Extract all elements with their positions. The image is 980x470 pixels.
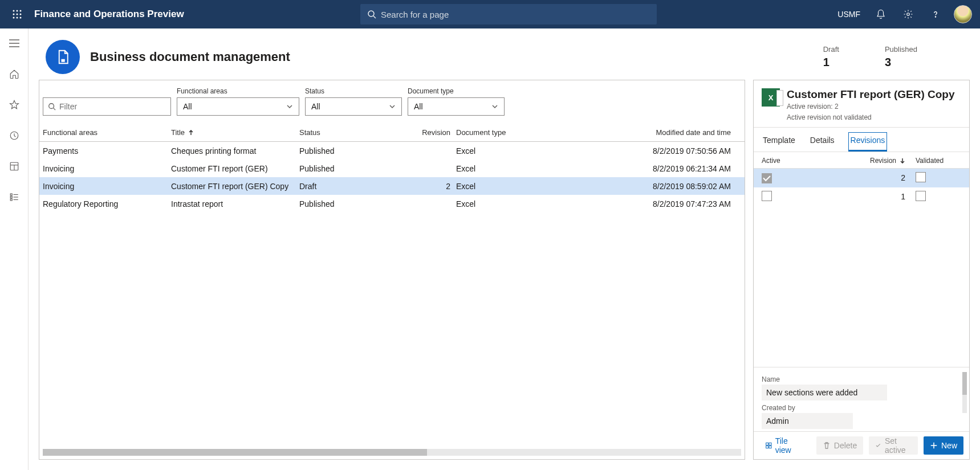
functional-areas-value: All [183,102,192,111]
tab-details[interactable]: Details [809,132,836,152]
vertical-scrollbar[interactable] [962,372,967,413]
recent-icon[interactable] [5,126,23,145]
table-row[interactable]: InvoicingCustomer FTI report (GER) CopyD… [39,177,745,195]
horizontal-scrollbar[interactable] [43,449,741,456]
validated-checkbox[interactable] [916,191,926,201]
cell-modified: 8/2/2019 08:59:02 AM [550,182,741,191]
col-revision[interactable]: Revision [422,128,456,137]
col-functional-areas[interactable]: Functional areas [43,128,171,137]
col-title-label: Title [171,128,185,137]
new-button[interactable]: New [924,436,963,455]
page-header: Business document management Draft 1 Pub… [29,28,980,80]
cell-doctype: Excel [456,146,550,156]
detail-validation-status: Active revision not validated [787,113,955,122]
cell-revision: 2 [422,182,456,191]
cell-doctype: Excel [456,164,550,173]
svg-rect-30 [769,443,771,445]
revision-row[interactable]: 1 [754,187,969,206]
workspaces-icon[interactable] [5,157,23,175]
cell-status: Published [299,199,422,209]
rev-validated-cell [916,191,961,203]
svg-point-12 [935,17,936,17]
document-type-value: All [414,102,423,111]
modules-icon[interactable] [5,188,23,206]
functional-areas-label: Functional areas [177,87,299,95]
trash-icon [823,442,831,449]
detail-action-bar: Tile view Delete Set active New [754,431,969,459]
documents-panel: Functional areas All Status All [39,80,745,460]
revisions-grid-header: Active Revision Validated [754,152,969,169]
page-title: Business document management [90,50,290,64]
favorites-icon[interactable] [5,96,23,114]
status-dropdown[interactable]: All [305,97,402,116]
functional-areas-dropdown[interactable]: All [177,97,299,116]
document-type-dropdown[interactable]: All [408,97,505,116]
home-icon[interactable] [5,65,23,83]
revision-row[interactable]: 2 [754,169,969,187]
detail-panel: X Customer FTI report (GER) Copy Active … [753,80,970,460]
tile-view-button[interactable]: Tile view [759,436,805,455]
rev-active-cell [762,191,830,203]
global-search[interactable] [360,4,657,24]
filter-box[interactable] [43,97,171,116]
scrollbar-thumb[interactable] [43,449,427,456]
svg-point-8 [20,17,22,19]
validated-checkbox[interactable] [916,172,926,182]
active-checkbox[interactable] [762,173,772,183]
hamburger-icon[interactable] [5,34,23,52]
table-row[interactable]: PaymentsCheques printing formatPublished… [39,142,745,160]
filter-icon [48,103,56,111]
app-launcher-icon[interactable] [6,3,29,26]
gear-icon[interactable] [897,3,920,26]
cell-doctype: Excel [456,199,550,209]
grid-body: PaymentsCheques printing formatPublished… [39,142,745,449]
name-label: Name [762,375,961,383]
chevron-down-icon [286,103,293,110]
rev-col-validated[interactable]: Validated [916,157,961,165]
col-modified[interactable]: Modified date and time [550,128,741,137]
set-active-label: Set active [885,436,912,455]
notifications-icon[interactable] [869,3,892,26]
revision-form: Name New sections were added Created by … [754,367,969,431]
cell-doctype: Excel [456,182,550,191]
created-by-label: Created by [762,404,961,412]
cell-modified: 8/2/2019 06:21:34 AM [550,164,741,173]
svg-rect-32 [769,446,771,448]
cell-functional-area: Payments [43,146,171,156]
help-icon[interactable] [924,3,947,26]
svg-point-9 [368,11,374,17]
scrollbar-thumb[interactable] [962,372,967,395]
legal-entity[interactable]: USMF [833,10,865,19]
user-avatar[interactable] [951,3,974,26]
rev-col-active[interactable]: Active [762,157,830,165]
stat-published-label: Published [885,45,917,54]
stat-published-value: 3 [885,56,917,69]
svg-rect-21 [10,197,12,198]
tab-revisions[interactable]: Revisions [848,132,888,152]
rev-number-cell: 2 [830,173,916,182]
app-title: Finance and Operations Preview [34,9,184,20]
active-checkbox[interactable] [762,191,772,201]
col-document-type[interactable]: Document type [456,128,550,137]
checkmark-icon [875,442,881,449]
col-title[interactable]: Title [171,128,299,137]
search-input[interactable] [381,10,650,19]
filter-input[interactable] [59,102,166,111]
table-row[interactable]: Regulatory ReportingIntrastat reportPubl… [39,195,745,212]
svg-point-3 [13,14,15,15]
document-type-label: Document type [408,87,505,95]
created-by-field[interactable]: Admin [762,413,853,429]
cell-status: Published [299,164,422,173]
left-nav-rail [0,28,29,470]
svg-point-2 [20,10,22,12]
rev-col-revision[interactable]: Revision [830,157,916,165]
search-icon [367,10,376,19]
name-field[interactable]: New sections were added [762,385,887,400]
rev-active-cell [762,172,830,183]
col-status[interactable]: Status [299,128,422,137]
tab-template[interactable]: Template [762,132,796,152]
table-row[interactable]: InvoicingCustomer FTI report (GER)Publis… [39,160,745,177]
cell-title: Customer FTI report (GER) [171,164,299,173]
sort-desc-icon [900,158,905,164]
tile-view-label: Tile view [775,436,799,455]
